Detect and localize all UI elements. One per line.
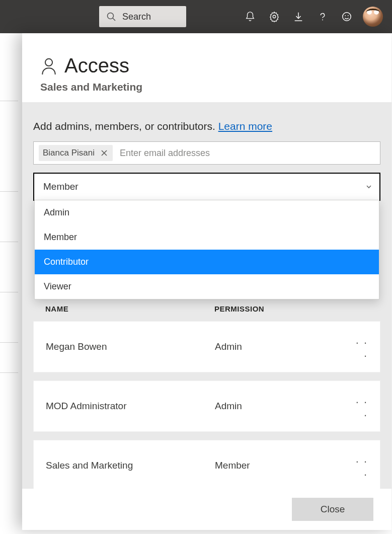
search-input[interactable] xyxy=(122,12,179,22)
table-row: Megan Bowen Admin . . . xyxy=(33,321,380,372)
search-box[interactable] xyxy=(99,6,186,27)
panel-title: Access xyxy=(64,54,129,77)
cell-name: Megan Bowen xyxy=(46,341,215,352)
header-name: NAME xyxy=(45,304,214,313)
email-input[interactable] xyxy=(118,145,375,162)
panel-footer: Close xyxy=(22,489,391,530)
row-more-button[interactable]: . . . xyxy=(348,334,368,360)
chevron-down-icon xyxy=(365,183,372,190)
topbar xyxy=(0,0,392,33)
avatar[interactable] xyxy=(363,7,383,27)
download-icon[interactable] xyxy=(286,5,310,29)
cell-name: MOD Administrator xyxy=(46,401,215,412)
svg-point-0 xyxy=(108,13,114,19)
email-field[interactable]: Bianca Pisani xyxy=(33,141,380,165)
table-row: MOD Administrator Admin . . . xyxy=(33,380,380,432)
cell-permission: Admin xyxy=(215,341,348,352)
underlay-line xyxy=(0,342,18,343)
person-icon xyxy=(40,56,57,75)
search-icon xyxy=(106,12,116,22)
role-dropdown: Admin Member Contributor Viewer xyxy=(34,200,379,299)
svg-point-5 xyxy=(345,15,346,16)
table-row: Sales and Marketing Member . . . xyxy=(33,440,380,489)
underlay-line xyxy=(0,372,18,373)
role-option-contributor[interactable]: Contributor xyxy=(35,250,379,274)
remove-chip-icon[interactable] xyxy=(100,148,109,158)
header-permission: PERMISSION xyxy=(214,304,368,313)
role-select[interactable]: Member Admin Member Contributor Viewer xyxy=(33,173,380,201)
feedback-icon[interactable] xyxy=(335,5,359,29)
svg-line-1 xyxy=(113,18,115,21)
panel-header: Access Sales and Marketing xyxy=(22,33,391,102)
underlay-line xyxy=(0,101,18,101)
underlay-line xyxy=(0,242,18,242)
table-header: NAME PERMISSION xyxy=(33,304,380,321)
cell-permission: Member xyxy=(215,460,348,471)
panel-subtitle: Sales and Marketing xyxy=(40,81,373,93)
close-button[interactable]: Close xyxy=(292,498,373,521)
help-icon[interactable] xyxy=(310,5,335,29)
user-chip: Bianca Pisani xyxy=(39,145,113,161)
notifications-icon[interactable] xyxy=(238,5,262,29)
topbar-icons xyxy=(193,5,383,29)
members-table: NAME PERMISSION Megan Bowen Admin . . . … xyxy=(33,304,380,489)
role-selected-label: Member xyxy=(43,181,79,192)
cell-name: Sales and Marketing xyxy=(46,460,215,471)
settings-icon[interactable] xyxy=(262,5,286,29)
access-panel: Access Sales and Marketing Add admins, m… xyxy=(22,33,391,530)
cell-permission: Admin xyxy=(215,401,348,412)
svg-point-2 xyxy=(273,15,276,18)
panel-body: Add admins, members, or contributors. Le… xyxy=(22,102,391,489)
svg-point-4 xyxy=(343,13,351,21)
learn-more-link[interactable]: Learn more xyxy=(218,120,272,132)
role-option-admin[interactable]: Admin xyxy=(35,200,379,225)
row-more-button[interactable]: . . . xyxy=(348,452,368,479)
role-option-member[interactable]: Member xyxy=(35,225,379,250)
chip-label: Bianca Pisani xyxy=(43,148,95,158)
underlay-line xyxy=(0,292,18,292)
role-option-viewer[interactable]: Viewer xyxy=(35,274,379,299)
underlay-line xyxy=(0,191,18,192)
instruction-text: Add admins, members, or contributors. Le… xyxy=(33,120,380,132)
svg-point-3 xyxy=(322,20,323,21)
instruction-label: Add admins, members, or contributors. xyxy=(33,120,215,132)
svg-point-7 xyxy=(45,58,52,65)
svg-point-6 xyxy=(348,15,349,16)
row-more-button[interactable]: . . . xyxy=(348,393,368,419)
